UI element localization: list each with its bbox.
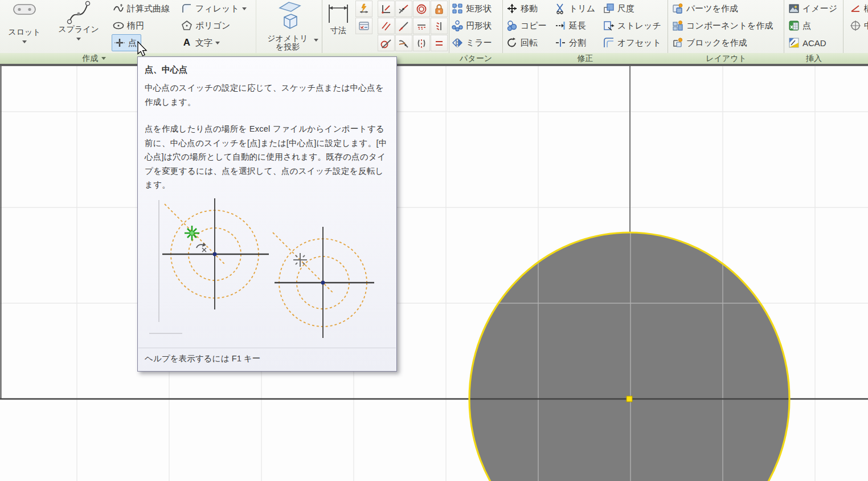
polygon-icon: [181, 20, 193, 31]
text-dropdown-arrow[interactable]: [215, 42, 220, 44]
equation-curve-icon: [113, 3, 124, 14]
tooltip-point-centerpoint: 点、中心点 中心点のスイッチの設定に応じて、スケッチ点または中心点を作成します。…: [137, 56, 397, 372]
create-block-button[interactable]: ブロックを作成: [672, 35, 747, 51]
point-button[interactable]: 点: [114, 35, 137, 51]
smooth-constraint-icon: [398, 38, 410, 49]
create-panel-dropdown-arrow: [101, 57, 106, 60]
slot-button[interactable]: スロット: [2, 0, 47, 43]
tooltip-title: 点、中心点: [145, 64, 187, 75]
ribbon-panel-modify: 移動 コピー 回転 トリム: [503, 0, 668, 54]
insert-points-icon: [788, 20, 800, 31]
project-geometry-dropdown-arrow[interactable]: [314, 39, 318, 42]
stretch-icon: [603, 20, 615, 31]
ribbon-panel-format: 構築 中心線: [844, 0, 868, 54]
text-icon: A: [181, 37, 193, 48]
stretch-button[interactable]: ストレッチ: [603, 18, 661, 34]
construction-button[interactable]: 構築: [850, 1, 868, 17]
sketch-canvas[interactable]: [0, 66, 868, 481]
mirror-button[interactable]: ミラー: [452, 35, 492, 51]
rotate-icon: [506, 37, 518, 48]
horizontal-constraint-icon: [416, 21, 427, 32]
split-icon: [555, 37, 566, 48]
scale-icon: [603, 3, 615, 14]
scale-button[interactable]: 尺度: [603, 1, 634, 17]
rotate-cursor-glyph: [196, 243, 206, 252]
coincident-constraint-button[interactable]: [395, 1, 412, 17]
tangent-constraint-icon: [398, 21, 410, 32]
equal-constraint-button[interactable]: [431, 35, 448, 51]
polygon-button[interactable]: ポリゴン: [181, 18, 230, 34]
vertical-constraint-icon: [433, 21, 445, 32]
smooth-constraint-button[interactable]: [395, 35, 412, 51]
offset-button[interactable]: オフセット: [603, 35, 661, 51]
lock-constraint-button[interactable]: [431, 1, 448, 17]
symmetric-constraint-button[interactable]: [413, 35, 430, 51]
parallel-constraint-button[interactable]: [378, 18, 395, 34]
tangent-circle-constraint-button[interactable]: [378, 35, 395, 51]
fillet-button[interactable]: フィレット: [181, 1, 247, 17]
text-button[interactable]: A 文字: [181, 35, 220, 51]
concentric-constraint-icon: [416, 3, 427, 15]
circular-pattern-button[interactable]: 円形状: [452, 18, 492, 34]
extend-icon: [555, 20, 566, 31]
rectangular-pattern-icon: [452, 3, 463, 14]
panel-label-create[interactable]: 作成: [68, 53, 120, 64]
extend-button[interactable]: 延長: [555, 18, 586, 34]
panel-label-modify[interactable]: 修正: [503, 53, 668, 64]
perpendicular-constraint-button[interactable]: [378, 1, 395, 17]
project-geometry-button[interactable]: ジオメトリ を投影: [259, 0, 316, 51]
insert-points-button[interactable]: 点: [788, 18, 811, 34]
move-button[interactable]: 移動: [506, 1, 538, 17]
tooltip-footer-help-hint: ヘルプを表示するには F1 キー: [145, 353, 260, 364]
slot-dropdown-arrow[interactable]: [22, 40, 27, 43]
equation-curve-button[interactable]: 計算式曲線: [113, 1, 170, 17]
concentric-constraint-button[interactable]: [413, 1, 430, 17]
coincident-constraint-icon: [398, 3, 410, 15]
make-part-icon: [672, 3, 683, 14]
diagram-sketch-point: [273, 227, 374, 338]
green-marker-core: [190, 231, 194, 235]
make-components-button[interactable]: コンポーネントを作成: [672, 18, 773, 34]
diagram-center-point: [162, 198, 269, 309]
diagram-origin-dot-2: [321, 281, 325, 285]
ribbon-panel-pattern: 矩形状 円形状 ミラー: [449, 0, 502, 54]
ribbon-panel-label-bar: 作成 拘束 パターン 修正 レイアウト 挿入 書式: [0, 53, 868, 64]
fillet-icon: [181, 3, 193, 14]
rectangular-pattern-button[interactable]: 矩形状: [452, 1, 492, 17]
lock-constraint-icon: [433, 3, 445, 15]
perpendicular-constraint-icon: [380, 3, 392, 15]
tangent-constraint-button[interactable]: [395, 18, 412, 34]
panel-label-layout[interactable]: レイアウト: [669, 53, 784, 64]
auto-dimension-icon: [358, 3, 370, 15]
auto-dimension-button[interactable]: [355, 1, 372, 17]
equal-constraint-icon: [433, 38, 445, 49]
circle-center-point[interactable]: [627, 396, 632, 402]
insert-acad-button[interactable]: ACAD: [788, 35, 826, 51]
trim-icon: [555, 3, 566, 14]
vertical-constraint-button[interactable]: [431, 18, 448, 34]
trim-button[interactable]: トリム: [555, 1, 595, 17]
circular-pattern-icon: [452, 20, 463, 31]
make-part-button[interactable]: パーツを作成: [672, 1, 738, 17]
rotate-button[interactable]: 回転: [506, 35, 538, 51]
tooltip-illustration: [138, 195, 397, 349]
illustration-frame-lines: [149, 200, 182, 333]
insert-image-button[interactable]: イメージ: [788, 1, 837, 17]
panel-label-format[interactable]: 書式: [854, 53, 868, 64]
panel-label-insert[interactable]: 挿入: [785, 53, 843, 64]
panel-label-pattern[interactable]: パターン: [449, 53, 502, 64]
ellipse-button[interactable]: 楕円: [113, 18, 144, 34]
sketch-circle-fill[interactable]: [469, 233, 789, 481]
centerline-button[interactable]: 中心線: [850, 18, 868, 34]
centerline-icon: [850, 20, 861, 31]
copy-button[interactable]: コピー: [506, 18, 547, 34]
fillet-dropdown-arrow[interactable]: [242, 7, 247, 10]
spline-dropdown-arrow[interactable]: [76, 38, 81, 40]
dimension-button[interactable]: 寸法: [324, 0, 353, 35]
sketch-canvas-svg: [0, 66, 868, 481]
ribbon-panel-layout: パーツを作成 コンポーネントを作成 ブロックを作成: [669, 0, 784, 54]
horizontal-constraint-button[interactable]: [413, 18, 430, 34]
split-button[interactable]: 分割: [555, 35, 586, 51]
dimension-settings-button[interactable]: [355, 18, 372, 34]
spline-button[interactable]: スプライン: [50, 0, 107, 40]
